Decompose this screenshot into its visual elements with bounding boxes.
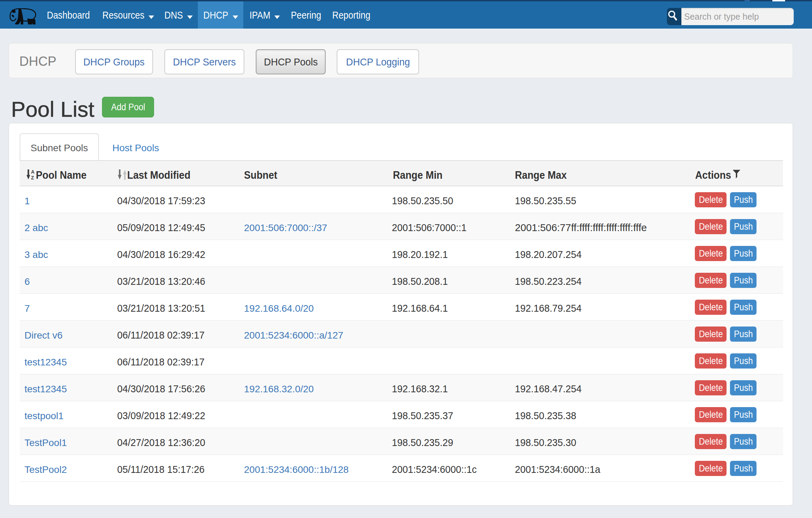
svg-text:Z: Z xyxy=(31,175,34,180)
svg-text:A: A xyxy=(31,169,34,175)
